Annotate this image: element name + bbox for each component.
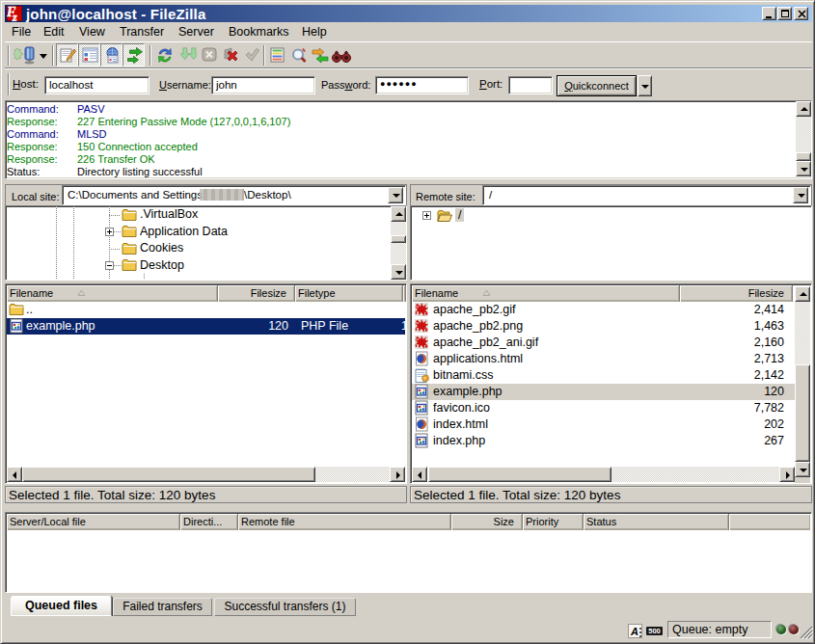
svg-text:z: z xyxy=(12,11,17,22)
